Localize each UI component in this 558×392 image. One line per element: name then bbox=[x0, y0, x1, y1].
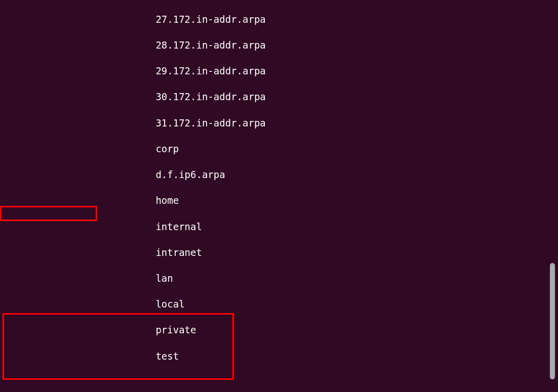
domain-line: 28.172.in-addr.arpa bbox=[5, 39, 558, 52]
blank-line bbox=[5, 376, 558, 389]
domain-entry: corp bbox=[155, 143, 179, 154]
domain-entry: home bbox=[155, 195, 179, 206]
domain-line: test bbox=[5, 350, 558, 363]
domain-entry: lan bbox=[155, 273, 173, 284]
domain-line: corp bbox=[5, 143, 558, 156]
partial-line: 27.172.in-addr.arpa bbox=[5, 13, 558, 26]
domain-line: local bbox=[5, 298, 558, 311]
domain-line: 29.172.in-addr.arpa bbox=[5, 65, 558, 78]
domain-line: 31.172.in-addr.arpa bbox=[5, 117, 558, 130]
domain-entry: test bbox=[155, 351, 179, 362]
domain-entry-partial: 27.172.in-addr.arpa bbox=[155, 14, 265, 25]
domain-line: d.f.ip6.arpa bbox=[5, 168, 558, 182]
domain-entry: internal bbox=[155, 221, 202, 232]
domain-entry: 29.172.in-addr.arpa bbox=[155, 65, 265, 76]
domain-line: 30.172.in-addr.arpa bbox=[5, 91, 558, 104]
domain-line: lan bbox=[5, 272, 558, 285]
domain-line: home bbox=[5, 194, 558, 207]
domain-entry: local bbox=[155, 298, 184, 310]
domain-entry: d.f.ip6.arpa bbox=[155, 169, 225, 180]
domain-line: private bbox=[5, 324, 558, 337]
domain-line: intranet bbox=[5, 246, 558, 259]
domain-entry: 30.172.in-addr.arpa bbox=[155, 91, 265, 102]
domain-entry: 31.172.in-addr.arpa bbox=[155, 117, 265, 128]
domain-entry: private bbox=[155, 324, 196, 335]
domain-entry: intranet bbox=[155, 247, 202, 258]
domain-entry: 28.172.in-addr.arpa bbox=[155, 39, 265, 51]
scrollbar-thumb[interactable] bbox=[550, 263, 555, 379]
domain-line: internal bbox=[5, 221, 558, 234]
terminal-output[interactable]: 27.172.in-addr.arpa 28.172.in-addr.arpa … bbox=[5, 0, 558, 392]
